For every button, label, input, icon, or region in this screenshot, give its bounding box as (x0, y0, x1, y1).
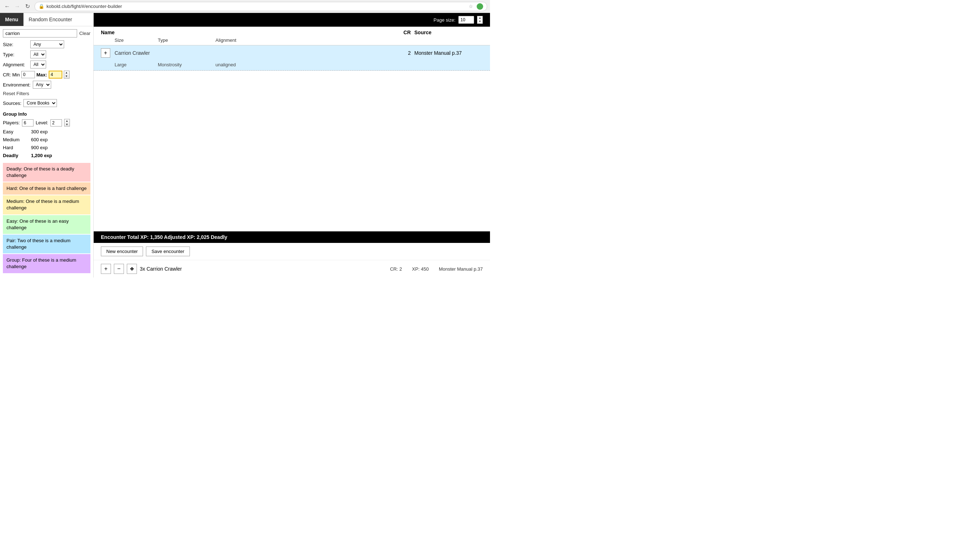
cr-filter-row: CR: Min Max: ▲ ▼ (3, 71, 90, 79)
size-filter-row: Size: Any Tiny Small Medium Large Huge G… (3, 40, 90, 48)
main-content: Page size: ▲ ▼ Name CR Source Size Type … (94, 13, 490, 278)
page-size-spinner[interactable]: ▲ ▼ (477, 16, 483, 23)
menu-button[interactable]: Menu (0, 13, 23, 26)
monster-list: + Carrion Crawler 2 Monster Manual p.37 … (94, 45, 490, 231)
monster-sub-row: Large Monstrosity unaligned (94, 61, 490, 70)
random-encounter-button[interactable]: Random Encounter (23, 13, 77, 26)
page-size-row: Page size: ▲ ▼ (434, 16, 483, 24)
hard-xp-value: 900 exp (31, 144, 48, 152)
cr-max-label: Max: (37, 72, 47, 77)
type-label: Type: (3, 52, 28, 57)
nav-buttons: ← → ↻ (3, 2, 32, 11)
app-container: Menu Random Encounter Clear Size: Any Ti… (0, 13, 490, 278)
easy-challenge-box: Easy: One of these is an easy challenge (3, 215, 90, 234)
encounter-random-button[interactable]: ❖ (127, 264, 137, 274)
forward-button[interactable]: → (13, 2, 22, 11)
encounter-source: Monster Manual p.37 (439, 266, 483, 272)
clear-button[interactable]: Clear (79, 30, 90, 36)
medium-challenge-box: Medium: One of these is a medium challen… (3, 195, 90, 214)
group-challenge-box: Group: Four of these is a medium challen… (3, 254, 90, 273)
col-sub-row: Size Type Alignment (101, 37, 483, 45)
encounter-controls: New encounter Save encounter (94, 243, 490, 260)
hard-xp-label: Hard (3, 144, 28, 152)
sources-label: Sources: (3, 101, 21, 106)
level-input[interactable] (50, 119, 62, 127)
reset-filters-link[interactable]: Reset Filters (3, 91, 90, 96)
level-spinner[interactable]: ▲ ▼ (64, 119, 70, 127)
search-input[interactable] (3, 29, 77, 37)
sources-select[interactable]: Core Books (23, 99, 57, 107)
monster-cr: 2 (389, 50, 411, 56)
bookmark-icon: ☆ (469, 3, 473, 9)
size-label: Size: (3, 42, 28, 47)
search-row: Clear (3, 29, 90, 37)
encounter-total-bar: Encounter Total XP: 1,350 Adjusted XP: 2… (94, 231, 490, 243)
reload-button[interactable]: ↻ (23, 2, 32, 11)
environment-label: Environment: (3, 82, 30, 88)
deadly-challenge-box: Deadly: One of these is a deadly challen… (3, 163, 90, 182)
encounter-cr: CR: 2 (390, 266, 402, 272)
sidebar: Menu Random Encounter Clear Size: Any Ti… (0, 13, 94, 278)
type-select[interactable]: All (30, 50, 46, 58)
col-size-header: Size (115, 37, 158, 43)
back-button[interactable]: ← (3, 2, 11, 11)
monster-alignment: unaligned (215, 62, 288, 67)
col-alignment-header: Alignment (215, 37, 288, 43)
main-header: Page size: ▲ ▼ (94, 13, 490, 27)
level-label: Level: (36, 120, 48, 125)
encounter-row: + − ❖ 3x Carrion Crawler CR: 2 XP: 450 M… (94, 260, 490, 278)
players-label: Players: (3, 120, 20, 125)
group-info: Group Info Players: Level: ▲ ▼ Easy 300 … (3, 111, 90, 160)
page-size-input[interactable] (458, 16, 474, 24)
page-size-label: Page size: (434, 17, 455, 23)
alignment-label: Alignment: (3, 62, 28, 67)
save-encounter-button[interactable]: Save encounter (146, 247, 189, 256)
easy-xp-label: Easy (3, 128, 28, 136)
players-input[interactable] (22, 119, 34, 127)
trivial-text: Trivial: Eight or more of these is a med… (3, 274, 90, 278)
cr-min-input[interactable] (21, 71, 35, 78)
medium-xp-label: Medium (3, 136, 28, 144)
medium-xp-value: 600 exp (31, 136, 48, 144)
sidebar-header: Menu Random Encounter (0, 13, 93, 26)
add-monster-button[interactable]: + (101, 48, 110, 58)
type-filter-row: Type: All (3, 50, 90, 58)
encounter-monster-name: 3x Carrion Crawler (140, 266, 387, 272)
players-row: Players: Level: ▲ ▼ (3, 119, 90, 127)
monster-source: Monster Manual p.37 (411, 50, 483, 56)
cr-min-label: CR: Min (3, 72, 20, 77)
browser-chrome: ← → ↻ 🔒 kobold.club/fight/#/encounter-bu… (0, 0, 490, 13)
monster-main-row: + Carrion Crawler 2 Monster Manual p.37 (94, 45, 490, 61)
extension-icon (477, 3, 483, 10)
cr-max-input[interactable] (49, 71, 62, 79)
environment-select[interactable]: Any (33, 81, 51, 89)
encounter-add-button[interactable]: + (101, 264, 111, 274)
hard-challenge-box: Hard: One of these is a hard challenge (3, 182, 90, 195)
sources-row: Sources: Core Books (3, 99, 90, 107)
environment-filter-row: Environment: Any (3, 81, 90, 89)
deadly-xp-label: Deadly (3, 152, 28, 160)
encounter-xp-text: Encounter Total XP: 1,350 Adjusted XP: 2… (101, 234, 227, 240)
xp-table: Easy 300 exp Medium 600 exp Hard 900 exp… (3, 128, 90, 160)
cr-max-spinner[interactable]: ▲ ▼ (64, 71, 69, 78)
col-source-header: Source (411, 30, 483, 35)
table-header: Name CR Source Size Type Alignment (94, 27, 490, 45)
pair-challenge-box: Pair: Two of these is a medium challenge (3, 234, 90, 253)
alignment-select[interactable]: All (30, 61, 46, 69)
new-encounter-button[interactable]: New encounter (101, 247, 143, 256)
monster-name: Carrion Crawler (115, 50, 389, 56)
alignment-filter-row: Alignment: All (3, 61, 90, 69)
group-info-title: Group Info (3, 111, 90, 117)
monster-size: Large (115, 62, 158, 67)
address-bar[interactable]: 🔒 kobold.club/fight/#/encounter-builder … (35, 2, 487, 11)
deadly-xp-value: 1,200 exp (31, 152, 52, 160)
col-cr-header: CR (389, 30, 411, 35)
col-header-row: Name CR Source (101, 28, 483, 37)
sidebar-content: Clear Size: Any Tiny Small Medium Large … (0, 26, 93, 278)
url-text: kobold.club/fight/#/encounter-builder (46, 3, 122, 9)
col-type-header: Type (158, 37, 215, 43)
col-name-header: Name (101, 30, 389, 35)
encounter-remove-button[interactable]: − (114, 264, 124, 274)
size-select[interactable]: Any Tiny Small Medium Large Huge Gargant… (30, 40, 64, 48)
monster-type: Monstrosity (158, 62, 215, 67)
